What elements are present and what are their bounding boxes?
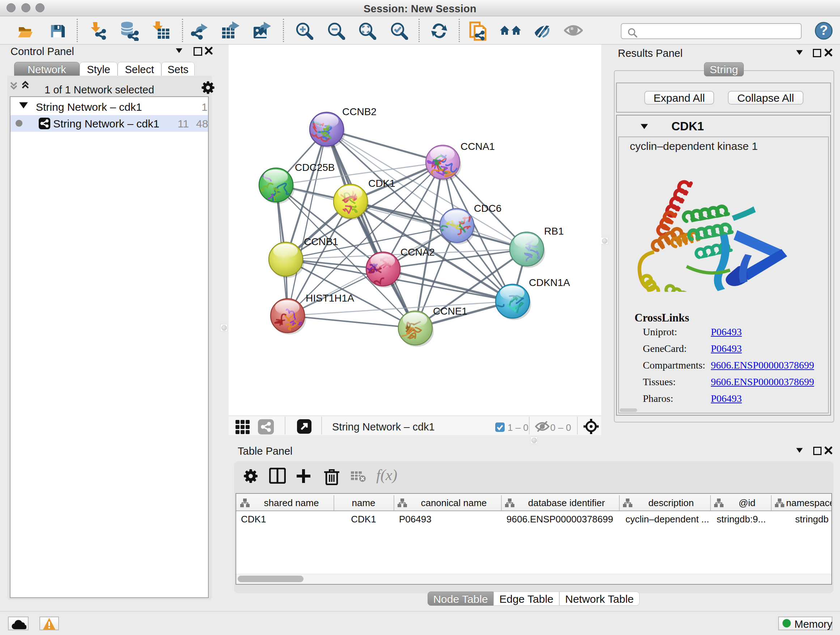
svg-text:CCNB2: CCNB2 [342,106,377,117]
svg-text:CCNA1: CCNA1 [461,141,495,152]
svg-text:CCNB1: CCNB1 [304,236,338,247]
svg-text:HIST1H1A: HIST1H1A [306,293,354,304]
svg-text:?: ? [820,23,828,38]
svg-text:RB1: RB1 [544,226,564,237]
svg-text:CDKN1A: CDKN1A [529,277,570,288]
svg-text:CDC6: CDC6 [474,203,501,214]
svg-text:CCNA2: CCNA2 [401,247,435,258]
svg-text:CDK1: CDK1 [368,178,395,189]
svg-text:CDC25B: CDC25B [295,162,335,173]
svg-text:CCNE1: CCNE1 [433,306,467,317]
